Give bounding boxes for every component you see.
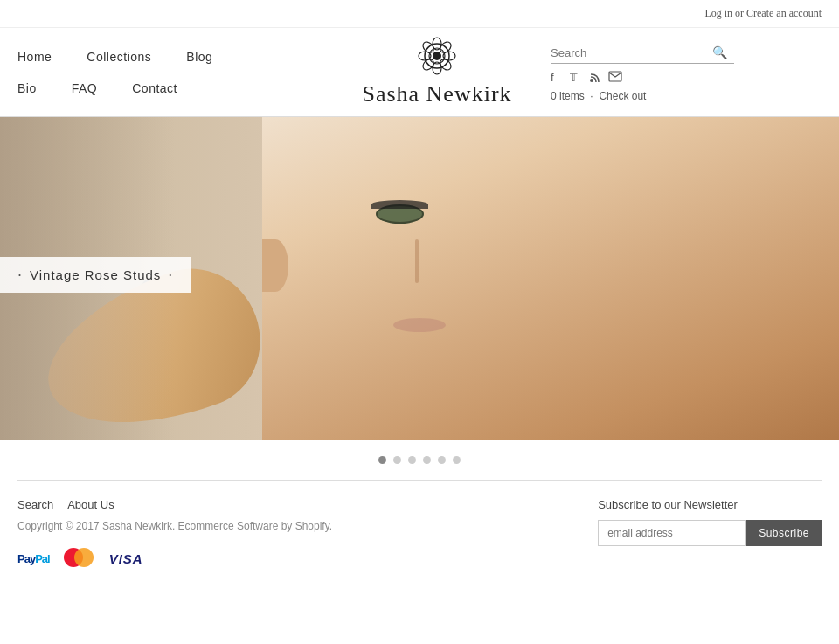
paypal-icon: PayPal — [17, 552, 50, 565]
search-button[interactable]: 🔍 — [712, 45, 727, 59]
footer: Search About Us Copyright © 2017 Sasha N… — [0, 481, 839, 595]
nav-row-bottom: Bio FAQ Contact — [17, 73, 341, 104]
label-dot-left: · — [17, 266, 23, 284]
main-header: Home Collections Blog Bio FAQ Contact Sa… — [0, 28, 839, 117]
label-dot-right: · — [168, 266, 173, 284]
search-icon: 🔍 — [712, 45, 727, 59]
cart-separator: · — [590, 90, 593, 102]
nav-collections[interactable]: Collections — [87, 50, 151, 64]
or-text: or — [735, 7, 744, 20]
checkout-link[interactable]: Check out — [599, 90, 646, 102]
search-row: 🔍 — [551, 43, 734, 64]
carousel-dot-2[interactable] — [393, 456, 401, 464]
search-input[interactable] — [551, 43, 712, 63]
carousel-dot-1[interactable] — [378, 456, 386, 464]
logo-area: Sasha Newkirk — [341, 28, 533, 116]
footer-search-link[interactable]: Search — [17, 498, 53, 511]
svg-text:f: f — [551, 71, 554, 83]
subscribe-button[interactable]: Subscribe — [746, 520, 822, 546]
nav-right: 🔍 f 𝕋 — [533, 43, 822, 102]
carousel-dot-6[interactable] — [453, 456, 461, 464]
twitter-icon[interactable]: 𝕋 — [570, 71, 582, 87]
carousel-dots — [0, 440, 839, 480]
email-icon[interactable] — [608, 71, 622, 86]
footer-links: Search About Us — [17, 498, 332, 511]
hero-section: · Vintage Rose Studs · — [0, 117, 839, 440]
login-link[interactable]: Log in — [704, 7, 732, 20]
product-label: · Vintage Rose Studs · — [0, 257, 191, 293]
footer-about-link[interactable]: About Us — [67, 498, 114, 511]
newsletter-title: Subscribe to our Newsletter — [598, 498, 822, 511]
svg-text:𝕋: 𝕋 — [570, 72, 578, 83]
payment-icons: PayPal VISA — [17, 548, 332, 569]
footer-right: Subscribe to our Newsletter Subscribe — [598, 498, 822, 546]
carousel-dot-3[interactable] — [408, 456, 416, 464]
rss-icon[interactable] — [589, 71, 601, 87]
shopify-link[interactable]: Ecommerce Software by Shopify. — [178, 520, 333, 532]
create-account-link[interactable]: Create an account — [746, 7, 822, 20]
svg-point-13 — [590, 79, 593, 82]
newsletter-form: Subscribe — [598, 520, 822, 546]
footer-copyright: Copyright © 2017 Sasha Newkirk. Ecommerc… — [17, 520, 332, 532]
nav-blog[interactable]: Blog — [186, 50, 212, 64]
hero-face — [262, 117, 839, 440]
logo-text: Sasha Newkirk — [362, 81, 511, 107]
nav-left: Home Collections Blog Bio FAQ Contact — [17, 41, 341, 104]
nav-faq[interactable]: FAQ — [72, 81, 98, 95]
newsletter-email-input[interactable] — [598, 520, 746, 546]
logo-icon — [402, 37, 472, 85]
product-label-text: Vintage Rose Studs — [30, 267, 161, 282]
nav-bio[interactable]: Bio — [17, 81, 37, 95]
carousel-dot-4[interactable] — [423, 456, 431, 464]
visa-icon: VISA — [109, 551, 143, 566]
nav-home[interactable]: Home — [17, 50, 52, 64]
carousel-dot-5[interactable] — [438, 456, 446, 464]
nav-row-top: Home Collections Blog — [17, 41, 341, 73]
cart-row: 0 items · Check out — [551, 90, 646, 102]
mastercard-icon — [64, 548, 95, 569]
facebook-icon[interactable]: f — [551, 71, 563, 87]
nav-contact[interactable]: Contact — [132, 81, 177, 95]
top-bar: Log in or Create an account — [0, 0, 839, 28]
cart-count: 0 items — [551, 90, 585, 102]
social-row: f 𝕋 — [551, 71, 622, 87]
svg-point-2 — [433, 52, 441, 60]
footer-left: Search About Us Copyright © 2017 Sasha N… — [17, 498, 332, 569]
